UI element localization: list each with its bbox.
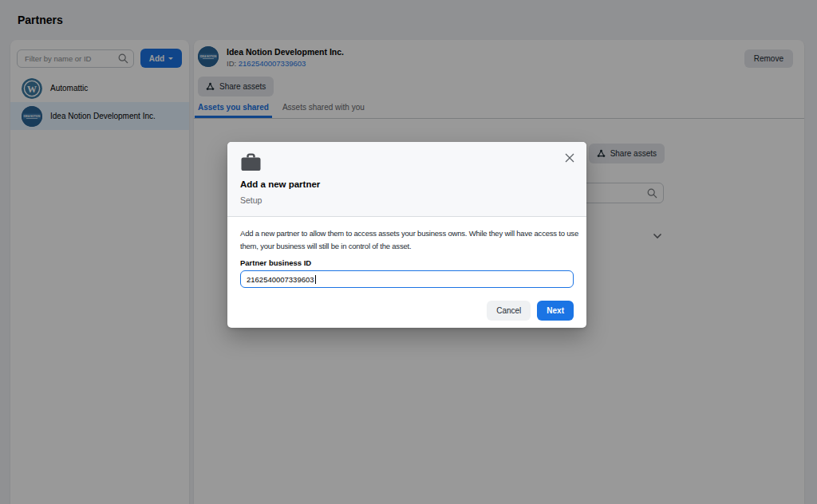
- modal-description: Add a new partner to allow them to acces…: [240, 227, 578, 253]
- partner-business-id-label: Partner business ID: [240, 258, 574, 267]
- modal-title: Add a new partner: [240, 179, 574, 190]
- modal-header: Add a new partner Setup: [227, 142, 586, 217]
- briefcase-icon: [240, 153, 262, 171]
- modal-footer: Cancel Next: [227, 288, 586, 328]
- partner-business-id-value: 2162540007339603: [247, 275, 314, 284]
- text-cursor: [315, 275, 316, 284]
- close-icon: [565, 153, 574, 163]
- cancel-button[interactable]: Cancel: [487, 301, 531, 321]
- next-button[interactable]: Next: [537, 301, 574, 321]
- modal-subtitle: Setup: [240, 195, 574, 205]
- add-partner-modal: Add a new partner Setup Add a new partne…: [227, 142, 586, 328]
- close-button[interactable]: [562, 151, 577, 165]
- partner-business-id-input[interactable]: 2162540007339603: [240, 270, 574, 288]
- modal-body: Add a new partner to allow them to acces…: [227, 217, 586, 288]
